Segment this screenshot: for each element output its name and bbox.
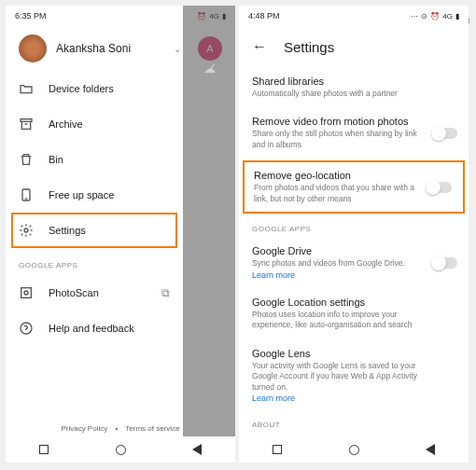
photoscan-icon: [19, 285, 34, 300]
menu-label: Settings: [49, 225, 86, 236]
learn-more-link[interactable]: Learn more: [252, 270, 455, 280]
setting-desc: Your activity with Google Lens is saved …: [252, 361, 455, 393]
svg-rect-0: [21, 119, 32, 122]
broom-icon: [19, 187, 34, 202]
toggle-switch[interactable]: [427, 182, 452, 193]
phone-left: 6:35 PM ⏰ 4G ▮ Akanksha Soni ⌄ A Device …: [6, 6, 235, 463]
status-icons: ⋯ ⊙ ⏰ 4G ▮: [411, 12, 459, 21]
privacy-link[interactable]: Privacy Policy: [61, 424, 107, 433]
avatar: [19, 35, 47, 62]
setting-title: Google Drive: [252, 245, 455, 256]
page-title: Settings: [284, 39, 334, 55]
setting-lens[interactable]: Google Lens Your activity with Google Le…: [239, 339, 469, 411]
section-header: ABOUT: [239, 411, 469, 433]
status-time: 4:48 PM: [248, 11, 280, 21]
chevron-down-icon: ⌄: [174, 44, 181, 54]
setting-desc: From photos and videos that you share wi…: [254, 183, 454, 204]
folder-icon: [19, 81, 34, 96]
settings-header: ← Settings: [239, 26, 469, 67]
setting-title: Google Location settings: [252, 297, 455, 308]
nav-home[interactable]: [347, 443, 360, 456]
setting-shared-libraries[interactable]: Shared libraries Automatically share pho…: [239, 67, 469, 107]
menu-device-folders[interactable]: Device folders: [6, 71, 183, 106]
nav-recent[interactable]: [271, 443, 284, 456]
section-header: GOOGLE APPS: [6, 248, 183, 275]
nav-back[interactable]: [190, 443, 203, 456]
setting-desc: Sync photos and videos from Google Drive…: [252, 258, 455, 269]
svg-point-2: [24, 228, 28, 232]
setting-remove-video[interactable]: Remove video from motion photos Share on…: [239, 107, 469, 159]
menu-label: Help and feedback: [49, 323, 134, 334]
nav-back[interactable]: [424, 443, 437, 456]
menu-bin[interactable]: Bin: [6, 142, 183, 177]
setting-remove-geo[interactable]: Remove geo-location From photos and vide…: [243, 160, 465, 214]
nav-home[interactable]: [114, 443, 127, 456]
setting-desc: Share only the still photos when sharing…: [252, 129, 455, 150]
cloud-off-icon: ☁̸: [203, 62, 216, 76]
menu-archive[interactable]: Archive: [6, 106, 183, 142]
android-navbar: [239, 436, 469, 463]
setting-desc: Automatically share photos with a partne…: [252, 89, 455, 99]
separator: •: [115, 424, 118, 433]
setting-google-drive[interactable]: Google Drive Sync photos and videos from…: [239, 237, 469, 287]
setting-title: Google Lens: [252, 348, 455, 359]
menu-label: Free up space: [49, 189, 114, 200]
menu-help[interactable]: Help and feedback: [6, 311, 183, 346]
menu-list: Device folders Archive Bin Free up space…: [6, 71, 183, 346]
trash-icon: [19, 152, 34, 167]
archive-icon: [19, 117, 34, 131]
menu-label: PhotoScan: [49, 287, 99, 298]
menu-label: Device folders: [49, 83, 114, 94]
terms-link[interactable]: Terms of service: [125, 424, 179, 433]
menu-label: Bin: [49, 154, 63, 165]
help-icon: [19, 321, 34, 336]
menu-label: Archive: [49, 118, 83, 130]
setting-desc: Photos uses location info to improve you…: [252, 310, 455, 331]
statusbar: 4:48 PM ⋯ ⊙ ⏰ 4G ▮: [239, 6, 469, 26]
external-link-icon: ⧉: [161, 286, 170, 299]
signal-icon: 4G: [442, 12, 453, 21]
android-navbar: [6, 436, 235, 463]
menu-settings[interactable]: Settings: [11, 213, 177, 248]
back-arrow-icon[interactable]: ←: [252, 38, 267, 55]
learn-more-link[interactable]: Learn more: [252, 394, 455, 403]
setting-title: Shared libraries: [252, 76, 455, 87]
menu-free-space[interactable]: Free up space: [6, 177, 183, 213]
menu-photoscan[interactable]: PhotoScan ⧉: [6, 275, 183, 311]
toggle-switch[interactable]: [433, 128, 457, 139]
status-time: 6:35 PM: [15, 11, 47, 21]
svg-rect-3: [21, 288, 32, 298]
svg-point-4: [24, 291, 28, 295]
nav-recent[interactable]: [37, 443, 50, 456]
section-header: GOOGLE APPS: [239, 215, 469, 237]
battery-icon: ▮: [455, 12, 459, 21]
toggle-switch[interactable]: [433, 257, 457, 269]
setting-location[interactable]: Google Location settings Photos uses loc…: [239, 288, 469, 339]
background-overlay[interactable]: ☁̸: [183, 6, 235, 463]
more-icon: ⋯: [411, 12, 418, 21]
setting-title: Remove geo-location: [254, 170, 454, 181]
vpn-icon: ⊙: [421, 12, 427, 21]
gear-icon: [19, 223, 34, 238]
alarm-icon: ⏰: [430, 12, 440, 21]
settings-list: Shared libraries Automatically share pho…: [239, 67, 469, 463]
phone-right: 4:48 PM ⋯ ⊙ ⏰ 4G ▮ ← Settings Shared lib…: [239, 6, 469, 463]
setting-title: Remove video from motion photos: [252, 116, 455, 127]
account-name: Akanksha Soni: [56, 42, 164, 55]
